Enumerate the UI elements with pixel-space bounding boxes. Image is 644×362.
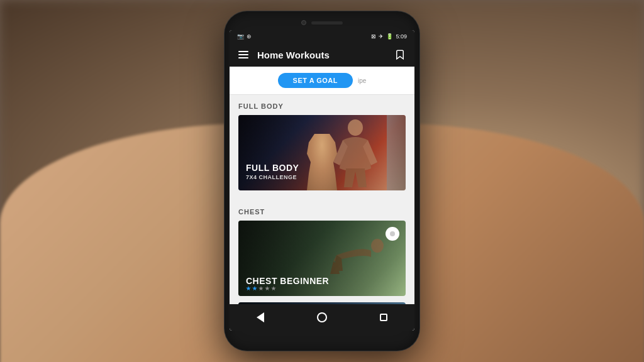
hamburger-line-3 [238,57,248,58]
status-right: ⊠ ✈ 🔋 5:09 [371,33,407,40]
recent-icon [380,314,387,321]
notification-indicator: ⊛ [247,33,252,40]
level-badge [386,227,399,241]
app-bar: Home Workouts [230,43,414,67]
phone-wrapper: 📷 ⊛ ⊠ ✈ 🔋 5:09 Home Workouts [225,11,419,351]
set-goal-button[interactable]: SET A GOAL [278,73,353,88]
phone-camera [301,20,306,25]
svg-point-0 [348,119,363,136]
phone-device: 📷 ⊛ ⊠ ✈ 🔋 5:09 Home Workouts [225,11,419,351]
chest-beginner-card[interactable]: CHEST BEGINNER [238,221,406,296]
status-left: 📷 ⊛ [237,33,252,40]
star-3 [258,286,264,291]
partial-type-text: ipe [358,77,366,84]
full-body-card-text: FULL BODY 7x4 CHALLENGE [246,163,299,180]
back-icon [257,312,264,322]
phone-screen: 📷 ⊛ ⊠ ✈ 🔋 5:09 Home Workouts [230,30,414,331]
nav-home-button[interactable] [311,306,333,329]
level-dot [390,231,395,236]
card-overlay-intermediate [238,302,406,304]
cast-icon: ⊠ [371,33,376,40]
battery-icon: 🔋 [386,33,393,40]
nav-back-button[interactable] [249,306,272,329]
home-icon [317,312,327,322]
chest-beginner-text: CHEST BEGINNER [246,277,329,286]
star-1 [246,286,251,291]
star-rating [246,286,276,291]
bookmark-icon[interactable] [394,49,406,60]
hamburger-line-2 [238,54,248,55]
airplane-icon: ✈ [379,33,384,40]
card-right-glimpse [387,115,406,190]
bottom-navigation [230,304,414,331]
hamburger-line-1 [238,51,248,52]
chest-section: CHEST [230,200,414,304]
time-display: 5:09 [396,33,407,40]
goal-area: SET A GOAL ipe [230,67,414,95]
phone-speaker [311,21,343,25]
full-body-card-title: FULL BODY [246,163,299,173]
full-body-section: FULL BODY [230,95,414,200]
full-body-card[interactable]: FULL BODY 7x4 CHALLENGE [238,115,406,190]
chest-beginner-title: CHEST BEGINNER [246,277,329,286]
content-area: SET A GOAL ipe FULL BODY [230,67,414,304]
chest-intermediate-card[interactable]: CHEST INTERMEDIATE [238,302,406,304]
star-5 [271,286,276,291]
star-4 [265,286,270,291]
star-2 [252,286,257,291]
full-body-section-title: FULL BODY [238,102,406,110]
chest-intermediate-image [238,302,406,304]
app-title: Home Workouts [257,50,386,60]
menu-button[interactable] [238,51,248,58]
chest-section-title: CHEST [238,208,406,216]
camera-indicator: 📷 [237,33,244,40]
nav-recent-button[interactable] [372,306,395,329]
status-bar: 📷 ⊛ ⊠ ✈ 🔋 5:09 [230,30,414,43]
phone-top-bar [230,16,414,29]
person-silhouette [330,118,380,187]
full-body-card-subtitle: 7x4 CHALLENGE [246,174,299,180]
